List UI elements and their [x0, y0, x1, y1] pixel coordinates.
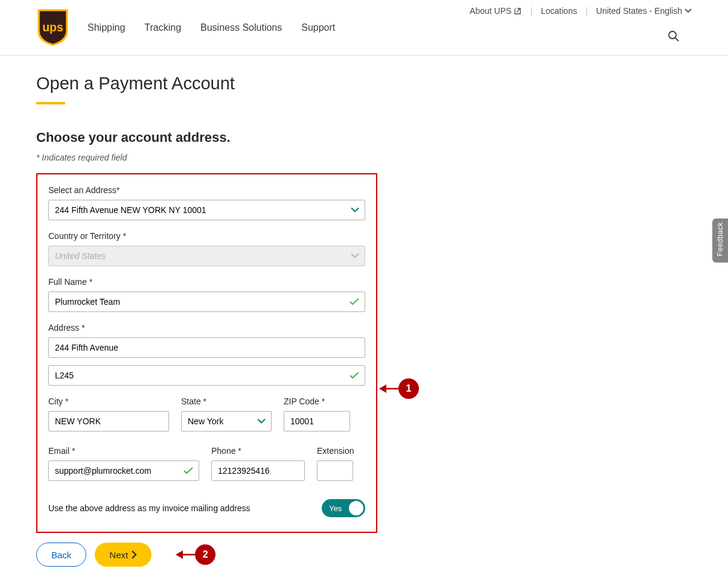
zip-label: ZIP Code *	[284, 397, 350, 406]
callout-2: 2	[176, 544, 216, 565]
phone-label: Phone *	[211, 446, 305, 456]
arrow-left-icon	[379, 384, 400, 393]
zip-input[interactable]	[284, 411, 350, 432]
nav-about[interactable]: About UPS	[470, 6, 522, 16]
top-nav: About UPS | Locations | United States - …	[470, 6, 692, 16]
full-name-label: Full Name *	[48, 277, 365, 287]
email-label: Email *	[48, 446, 199, 456]
chevron-down-icon	[685, 8, 692, 13]
address-form: Select an Address* 244 Fifth Avenue NEW …	[36, 173, 377, 533]
nav-locale[interactable]: United States - English	[596, 6, 692, 16]
nav-support[interactable]: Support	[301, 22, 335, 33]
nav-divider: |	[586, 6, 588, 16]
state-dropdown[interactable]: New York	[181, 411, 272, 432]
city-label: City *	[48, 397, 169, 406]
page-subtitle: Choose your account address.	[36, 130, 386, 145]
ups-logo[interactable]: ups	[36, 8, 69, 47]
back-button[interactable]: Back	[36, 543, 86, 567]
chevron-right-icon	[132, 550, 137, 559]
svg-line-2	[675, 38, 679, 41]
extension-input[interactable]	[317, 460, 353, 481]
city-input[interactable]	[48, 411, 169, 432]
check-icon	[350, 298, 359, 305]
phone-input[interactable]	[211, 460, 305, 481]
svg-text:ups: ups	[42, 21, 63, 34]
toggle-knob	[349, 501, 363, 515]
feedback-tab[interactable]: Feedback	[712, 218, 728, 263]
extension-label: Extension	[317, 446, 353, 456]
state-label: State *	[181, 397, 272, 406]
select-address-dropdown[interactable]: 244 Fifth Avenue NEW YORK NY 10001	[48, 200, 365, 220]
callout-1: 1	[379, 378, 419, 399]
search-icon[interactable]	[668, 30, 680, 45]
main-nav: Shipping Tracking Business Solutions Sup…	[88, 22, 335, 33]
check-icon	[350, 372, 359, 379]
nav-divider: |	[530, 6, 532, 16]
check-icon	[184, 467, 193, 474]
next-button[interactable]: Next	[95, 543, 152, 567]
country-label: Country or Territory *	[48, 231, 365, 241]
select-address-label: Select an Address*	[48, 185, 365, 195]
full-name-input[interactable]	[48, 292, 365, 312]
external-link-icon	[514, 7, 522, 15]
page-title: Open a Payment Account	[36, 74, 386, 104]
invoice-toggle-label: Use the above address as my invoice mail…	[48, 503, 251, 513]
nav-locations[interactable]: Locations	[541, 6, 577, 16]
country-dropdown: United States	[48, 246, 365, 266]
address-label: Address *	[48, 323, 365, 333]
nav-business[interactable]: Business Solutions	[200, 22, 282, 33]
page-content: Open a Payment Account Choose your accou…	[0, 56, 423, 583]
nav-shipping[interactable]: Shipping	[88, 22, 125, 33]
arrow-left-icon	[176, 550, 196, 559]
page-header: ups Shipping Tracking Business Solutions…	[0, 0, 728, 56]
nav-tracking[interactable]: Tracking	[144, 22, 181, 33]
email-input[interactable]	[48, 460, 199, 481]
svg-point-1	[669, 31, 676, 39]
toggle-state-text: Yes	[329, 504, 342, 513]
address-line2-input[interactable]	[48, 365, 365, 386]
address-line1-input[interactable]	[48, 337, 365, 358]
required-note: * Indicates required field	[36, 153, 386, 162]
invoice-toggle[interactable]: Yes	[322, 499, 365, 517]
